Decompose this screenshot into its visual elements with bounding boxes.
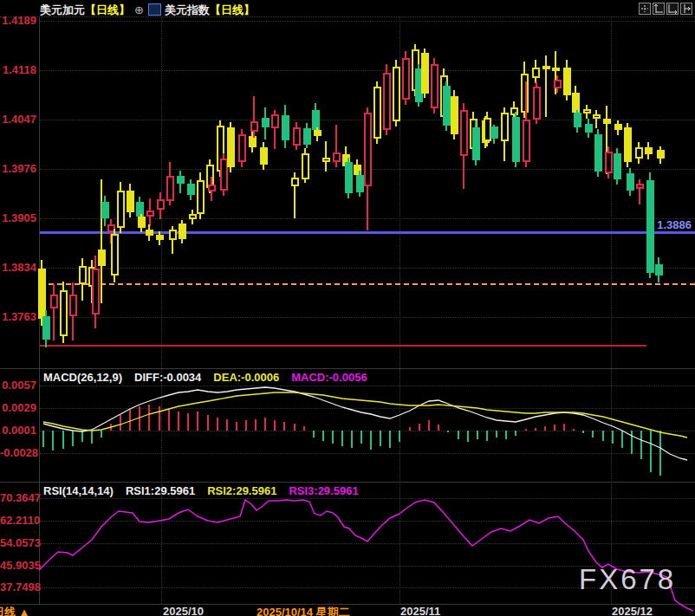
- rsi3-value: RSI3:29.5961: [289, 484, 358, 497]
- main-chart-area[interactable]: 1.41891.41181.40471.39761.39051.38341.37…: [0, 0, 695, 616]
- macd-title: MACD(26,12,9): [43, 371, 122, 384]
- price-tag-label: 1.3886: [598, 218, 692, 231]
- chart-application: 美元加元【日线】⊕美元指数【日线】 1.41891.41181.40471.39…: [0, 0, 695, 616]
- crosshair-date-label: 2025/10/14 星期二: [257, 605, 350, 616]
- date-label: 2025/12: [612, 605, 653, 616]
- fx678-watermark: FX678: [579, 563, 676, 596]
- indicator-lines: [0, 0, 695, 616]
- rsi-title: RSI(14,14,14): [43, 484, 114, 497]
- date-label: 2025/11: [400, 605, 440, 616]
- macd-diff-line: [43, 387, 687, 460]
- macd-pane-header: MACD(26,12,9)DIFF:-0.0034DEA:-0.0006MACD…: [43, 371, 380, 384]
- period-indicator[interactable]: 日线 ▲: [0, 605, 29, 616]
- rsi2-value: RSI2:29.5961: [207, 484, 276, 497]
- rsi1-value: RSI1:29.5961: [126, 484, 195, 497]
- macd-macd-value: MACD:-0.0056: [291, 371, 367, 384]
- macd-diff-value: DIFF:-0.0034: [134, 371, 201, 384]
- rsi-pane-header: RSI(14,14,14)RSI1:29.5961RSI2:29.5961RSI…: [43, 484, 371, 497]
- macd-dea-line: [43, 392, 687, 438]
- macd-dea-value: DEA:-0.0006: [213, 371, 279, 384]
- date-label: 2025/10: [163, 605, 204, 616]
